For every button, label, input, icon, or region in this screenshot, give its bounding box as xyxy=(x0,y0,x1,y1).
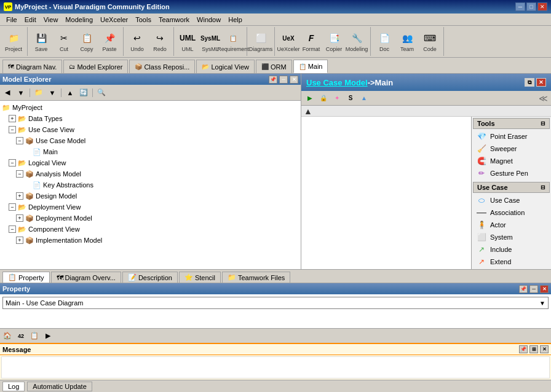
menu-uexceler[interactable]: UeXceler xyxy=(97,15,132,25)
lv-expand[interactable]: − xyxy=(9,159,16,167)
toolbar-doc[interactable]: 📄 Doc xyxy=(373,28,395,55)
tool-association[interactable]: — Association xyxy=(473,206,550,219)
me-folder-btn[interactable]: 📁 xyxy=(33,87,45,98)
am-expand[interactable]: − xyxy=(16,170,23,178)
toolbar-project[interactable]: 📁 Project xyxy=(2,28,25,55)
tool-system[interactable]: ⬜ System xyxy=(473,231,550,243)
maximize-button[interactable]: □ xyxy=(526,2,536,11)
me-search-btn[interactable]: 🔍 xyxy=(95,87,108,98)
tree-item-cv[interactable]: − 📂 Component View xyxy=(1,224,299,235)
me-minimize-button[interactable]: ─ xyxy=(279,76,288,84)
btab-diagram-overview[interactable]: 🗺 Diagram Overv... xyxy=(51,272,121,283)
tree-item-dm[interactable]: + 📦 Design Model xyxy=(1,190,299,202)
tab-main[interactable]: 📋 Main xyxy=(293,60,328,73)
tab-model-explorer[interactable]: 🗂 Model Explorer xyxy=(63,60,128,73)
toolbar-copier[interactable]: 📑 Copier xyxy=(323,28,345,55)
ucm-expand[interactable]: − xyxy=(16,137,23,144)
menu-file[interactable]: File xyxy=(2,15,21,25)
tree-item-main[interactable]: 📄 Main xyxy=(1,146,299,157)
msg-float-button[interactable]: ⊞ xyxy=(529,345,538,353)
prop-42-btn[interactable]: 42 xyxy=(15,331,27,342)
prop-close-button[interactable]: ✕ xyxy=(540,285,549,293)
tree-item-lv[interactable]: − 📂 Logical View xyxy=(1,157,299,168)
msg-close-button[interactable]: ✕ xyxy=(540,345,549,353)
me-refresh-btn[interactable]: 🔄 xyxy=(77,87,90,98)
tab-class-repo[interactable]: 📦 Class Reposi... xyxy=(129,60,195,73)
me-close-button[interactable]: ✕ xyxy=(290,76,298,84)
depm-expand[interactable]: + xyxy=(16,214,23,222)
btab-description[interactable]: 📝 Description xyxy=(122,272,178,283)
prop-home-btn[interactable]: 🏠 xyxy=(1,331,14,342)
menu-tools[interactable]: Tools xyxy=(132,15,155,25)
toolbar-modeling[interactable]: 🔧 Modeling xyxy=(346,28,368,55)
tab-orm[interactable]: ⬛ ORM xyxy=(256,60,292,73)
menu-window[interactable]: Window xyxy=(193,15,224,25)
uc-s-btn[interactable]: S xyxy=(344,93,357,104)
me-back-btn[interactable]: ◀ xyxy=(1,87,14,98)
tree-item-ucv[interactable]: − 📂 Use Case View xyxy=(1,124,299,135)
tab-logical-view[interactable]: 📂 Logical View xyxy=(196,60,255,73)
me-folder-dropdown-btn[interactable]: ▼ xyxy=(46,87,58,98)
tree-item-dv[interactable]: − 📂 Deployment View xyxy=(1,202,299,213)
tree-item-depm[interactable]: + 📦 Deployment Model xyxy=(1,213,299,224)
tool-extend[interactable]: ↗ Extend xyxy=(473,256,550,268)
me-pin-button[interactable]: 📌 xyxy=(269,76,277,84)
toolbar-team[interactable]: 👥 Team xyxy=(396,28,418,55)
msg-pin-button[interactable]: 📌 xyxy=(519,345,528,353)
menu-modeling[interactable]: Modeling xyxy=(61,15,97,25)
toolbar-save[interactable]: 💾 Save xyxy=(30,28,52,55)
tree-item-am[interactable]: − 📦 Analysis Model xyxy=(1,168,299,179)
toolbar-format[interactable]: F Format xyxy=(300,28,322,55)
toolbar-cut[interactable]: ✂ Cut xyxy=(53,28,75,55)
tool-include[interactable]: ↗ Include xyxy=(473,243,550,256)
prop-copy-btn[interactable]: 📋 xyxy=(28,331,41,342)
tree-item-ka[interactable]: 📄 Key Abstractions xyxy=(1,179,299,190)
me-dropdown-btn[interactable]: ▼ xyxy=(15,87,27,98)
im-expand[interactable]: + xyxy=(16,237,23,244)
uc-star-btn[interactable]: ✦ xyxy=(331,93,343,104)
toolbar-diagrams[interactable]: ⬜ Diagrams xyxy=(250,28,272,55)
tool-usecase[interactable]: ⬭ Use Case xyxy=(473,194,550,206)
prop-minimize-button[interactable]: ─ xyxy=(529,285,538,293)
uc-up-arrow[interactable]: ▲ xyxy=(304,106,312,116)
datatypes-expand[interactable]: + xyxy=(9,115,16,122)
prop-dropdown[interactable]: Main - Use Case Diagram ▼ xyxy=(2,297,549,309)
uc-up-btn[interactable]: ▲ xyxy=(358,93,370,104)
dm-expand[interactable]: + xyxy=(16,192,23,200)
tool-actor[interactable]: 🧍 Actor xyxy=(473,219,550,231)
minimize-button[interactable]: ─ xyxy=(515,2,525,11)
prop-run-btn[interactable]: ▶ xyxy=(42,331,54,342)
tree-item-datatypes[interactable]: + 📂 Data Types xyxy=(1,113,299,124)
toolbar-code[interactable]: ⌨ Code xyxy=(419,28,441,55)
ucv-expand[interactable]: − xyxy=(9,126,16,133)
menu-help[interactable]: Help xyxy=(224,15,246,25)
tree-item-ucm[interactable]: − 📦 Use Case Model xyxy=(1,135,299,146)
tools-section-header[interactable]: Tools ⊟ xyxy=(473,118,550,129)
menu-view[interactable]: View xyxy=(40,15,62,25)
uc-lock-btn[interactable]: 🔒 xyxy=(317,93,330,104)
tree-item-myproject[interactable]: 📁 MyProject xyxy=(1,102,299,113)
tool-sweeper[interactable]: 🧹 Sweeper xyxy=(473,143,550,155)
uc-close-button[interactable]: ✕ xyxy=(536,78,546,87)
menu-teamwork[interactable]: Teamwork xyxy=(155,15,193,25)
msg-tab-auto-update[interactable]: Automatic Update xyxy=(27,382,92,391)
usecase-section-header[interactable]: Use Case ⊟ xyxy=(473,182,550,193)
toolbar-requirement[interactable]: 📋 Requirement xyxy=(222,28,244,55)
close-button[interactable]: ✕ xyxy=(537,2,547,11)
tool-gesture-pen[interactable]: ✏ Gesture Pen xyxy=(473,167,550,179)
prop-pin-button[interactable]: 📌 xyxy=(519,285,528,293)
menu-edit[interactable]: Edit xyxy=(21,15,40,25)
cv-expand[interactable]: − xyxy=(9,225,16,233)
toolbar-uexceler[interactable]: UeX UeXceler xyxy=(277,28,299,55)
toolbar-undo[interactable]: ↩ Undo xyxy=(126,28,148,55)
uc-restore-button[interactable]: ⧉ xyxy=(525,78,534,87)
uc-run-btn[interactable]: ▶ xyxy=(304,93,316,104)
toolbar-copy[interactable]: 📋 Copy xyxy=(76,28,98,55)
uc-canvas[interactable] xyxy=(301,117,471,269)
toolbar-paste[interactable]: 📌 Paste xyxy=(98,28,121,55)
btab-property[interactable]: 📋 Property xyxy=(2,272,50,283)
tab-diagram-nav[interactable]: 🗺 Diagram Nav. xyxy=(2,60,62,73)
msg-tab-log[interactable]: Log xyxy=(2,382,25,391)
btab-teamwork-files[interactable]: 📁 Teamwork Files xyxy=(222,272,290,283)
tool-magnet[interactable]: 🧲 Magnet xyxy=(473,155,550,167)
